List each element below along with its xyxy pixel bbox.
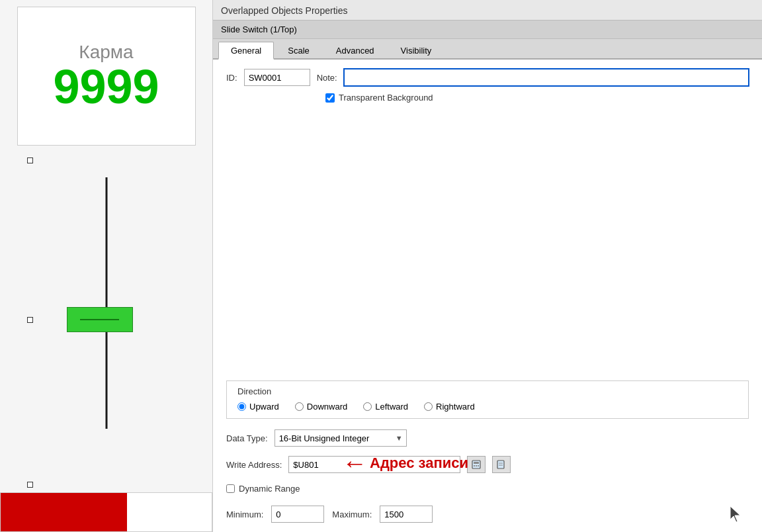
svg-rect-4 xyxy=(478,465,479,466)
transparent-bg-checkbox[interactable] xyxy=(325,93,335,103)
direction-downward[interactable]: Downward xyxy=(295,402,347,412)
tab-scale[interactable]: Scale xyxy=(275,42,322,58)
karma-card: Карма 9999 xyxy=(17,7,196,146)
cursor-icon-wrapper xyxy=(729,505,742,525)
handle-mid-right xyxy=(27,317,33,323)
id-note-row: ID: Note: xyxy=(226,69,749,86)
red-fill xyxy=(1,493,127,531)
slider-knob[interactable] xyxy=(67,307,133,332)
left-panel: Карма 9999 xyxy=(0,0,213,532)
direction-rightward[interactable]: Rightward xyxy=(424,402,475,412)
write-address-label: Write Address: xyxy=(226,460,282,470)
svg-rect-1 xyxy=(474,462,479,464)
panel-title: Overlapped Objects Properties xyxy=(213,0,762,20)
direction-upward[interactable]: Upward xyxy=(237,402,279,412)
write-address-row: Write Address: ← xyxy=(226,456,749,473)
data-type-select[interactable]: 16-Bit Unsigned Integer 32-Bit Unsigned … xyxy=(275,429,407,447)
direction-group: Direction Upward Downward Leftward Right… xyxy=(226,380,749,419)
id-input[interactable] xyxy=(244,69,310,86)
transparent-bg-label: Transparent Background xyxy=(339,93,433,103)
tab-general[interactable]: General xyxy=(218,42,274,60)
maximum-input[interactable] xyxy=(380,506,433,523)
tab-visibility[interactable]: Visibility xyxy=(388,42,444,58)
handle-bot-right xyxy=(27,482,33,488)
transparent-bg-row: Transparent Background xyxy=(325,93,749,103)
bottom-bar-widget xyxy=(0,492,212,532)
data-type-label: Data Type: xyxy=(226,433,268,443)
tag-icon xyxy=(496,459,507,470)
tabs-bar: General Scale Advanced Visibility xyxy=(213,39,762,60)
tab-advanced[interactable]: Advanced xyxy=(323,42,387,58)
track-vertical xyxy=(105,177,107,429)
content-area: ID: Note: Transparent Background Directi… xyxy=(213,60,762,532)
calculator-button[interactable] xyxy=(467,456,486,473)
data-type-row: Data Type: 16-Bit Unsigned Integer 32-Bi… xyxy=(226,429,749,447)
radio-leftward[interactable] xyxy=(363,402,372,411)
dynamic-range-checkbox[interactable] xyxy=(226,484,235,493)
id-label: ID: xyxy=(226,73,237,83)
svg-rect-3 xyxy=(476,465,477,466)
direction-legend: Direction xyxy=(237,386,738,396)
direction-radio-row: Upward Downward Leftward Rightward xyxy=(237,402,738,412)
slide-switch-widget xyxy=(17,157,196,482)
red-arrow-icon: ← xyxy=(342,451,367,476)
karma-value: 9999 xyxy=(53,63,159,111)
note-label: Note: xyxy=(317,73,337,83)
data-type-select-wrapper: 16-Bit Unsigned Integer 32-Bit Unsigned … xyxy=(275,429,407,447)
note-input[interactable] xyxy=(344,69,749,86)
dynamic-range-label: Dynamic Range xyxy=(239,484,300,494)
min-max-row: Minimum: Maximum: xyxy=(226,506,749,523)
calculator-icon xyxy=(471,459,482,470)
right-panel: Overlapped Objects Properties Slide Swit… xyxy=(213,0,762,532)
handle-top-right xyxy=(27,157,33,163)
minimum-input[interactable] xyxy=(271,506,324,523)
svg-marker-8 xyxy=(730,506,740,522)
radio-downward[interactable] xyxy=(295,402,304,411)
object-bar: Slide Switch (1/Top) xyxy=(213,20,762,39)
dynamic-range-row: Dynamic Range xyxy=(226,484,749,494)
svg-rect-0 xyxy=(472,461,480,468)
knob-line xyxy=(80,319,119,320)
cursor-icon xyxy=(729,505,742,523)
svg-rect-5 xyxy=(497,461,504,468)
minimum-label: Minimum: xyxy=(226,510,263,519)
annotation-text: Адрес записи xyxy=(370,455,468,472)
direction-leftward[interactable]: Leftward xyxy=(363,402,408,412)
annotation-container: ← Адрес записи xyxy=(342,451,468,476)
radio-upward[interactable] xyxy=(237,402,246,411)
svg-rect-2 xyxy=(474,465,475,466)
radio-rightward[interactable] xyxy=(424,402,433,411)
maximum-label: Maximum: xyxy=(332,510,372,519)
tag-button[interactable] xyxy=(492,456,511,473)
